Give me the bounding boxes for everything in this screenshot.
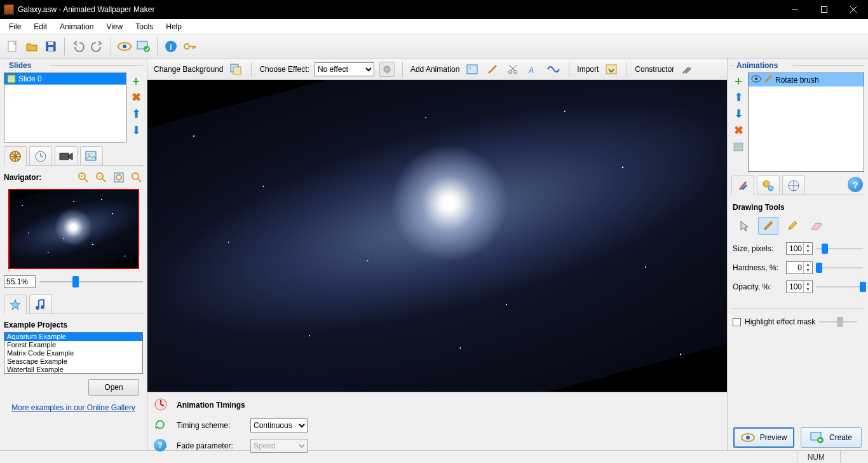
example-item[interactable]: Seascape Example — [4, 357, 142, 366]
scissors-button[interactable] — [505, 62, 520, 77]
opacity-slider[interactable] — [817, 282, 863, 292]
zoom-input[interactable] — [4, 275, 36, 288]
maximize-button[interactable] — [810, 0, 839, 19]
menu-animation[interactable]: Animation — [53, 20, 100, 33]
opacity-spinner[interactable]: ▲▼ — [786, 280, 813, 293]
save-button[interactable] — [42, 38, 60, 55]
import-icon[interactable] — [604, 62, 619, 77]
open-button[interactable] — [23, 38, 41, 55]
zoom-fit-button[interactable] — [112, 171, 125, 184]
add-animation-label: Add Animation — [410, 65, 459, 74]
tab-navigator[interactable] — [4, 146, 27, 165]
set-wallpaper-icon[interactable] — [135, 38, 153, 55]
music-icon — [35, 298, 46, 311]
add-picture-button[interactable] — [465, 62, 480, 77]
close-button[interactable] — [839, 0, 868, 19]
slide-item[interactable]: Slide 0 — [4, 73, 126, 85]
slide-add-button[interactable]: ＋ — [129, 74, 143, 88]
target-icon — [787, 179, 800, 192]
info-icon[interactable]: i — [162, 38, 180, 55]
anim-down-button[interactable]: ⬇ — [731, 107, 745, 121]
tab-timing[interactable] — [29, 146, 52, 165]
tab-camera[interactable] — [55, 146, 78, 165]
app-icon — [4, 4, 14, 15]
hardness-spinner[interactable]: ▲▼ — [786, 261, 813, 274]
tab-image[interactable] — [80, 146, 103, 165]
menu-tools[interactable]: Tools — [129, 20, 159, 33]
constructor-icon[interactable] — [679, 62, 695, 77]
brush-button[interactable] — [485, 62, 500, 77]
example-item[interactable]: Forest Example — [4, 341, 142, 349]
change-bg-icon[interactable] — [228, 62, 243, 77]
anim-delete-button[interactable]: ✖ — [731, 123, 745, 137]
tab-sound[interactable] — [29, 294, 52, 314]
size-slider[interactable] — [817, 244, 863, 254]
anim-add-button[interactable]: ＋ — [731, 74, 745, 88]
text-button[interactable]: A — [526, 62, 541, 77]
new-button[interactable] — [4, 38, 22, 55]
tool-brush[interactable] — [758, 217, 778, 235]
tab-brush[interactable] — [731, 176, 754, 195]
navigator-preview[interactable] — [8, 189, 139, 269]
size-spinner[interactable]: ▲▼ — [786, 242, 813, 255]
slides-list[interactable]: Slide 0 — [4, 73, 126, 142]
eye-icon[interactable] — [751, 75, 761, 85]
svg-marker-76 — [789, 221, 797, 230]
highlight-checkbox[interactable] — [733, 318, 741, 326]
zoom-slider[interactable] — [39, 276, 143, 287]
example-item[interactable]: Matrix Code Example — [4, 349, 142, 357]
online-gallery-link[interactable]: More examples in our Online Gallery — [4, 403, 143, 412]
zoom-100-button[interactable] — [130, 171, 143, 184]
tab-favorites[interactable] — [4, 294, 27, 314]
help-button[interactable]: ? — [848, 177, 863, 192]
open-example-button[interactable]: Open — [88, 379, 139, 396]
tab-settings[interactable] — [757, 176, 780, 195]
arrow-down-icon: ⬇ — [734, 107, 743, 121]
svg-point-39 — [116, 175, 121, 180]
menu-edit[interactable]: Edit — [27, 20, 53, 33]
wave-button[interactable] — [546, 62, 561, 77]
effect-select[interactable]: No effect — [315, 62, 374, 76]
tool-pencil[interactable] — [782, 217, 803, 235]
monitor-play-icon — [810, 432, 824, 443]
slide-up-button[interactable]: ⬆ — [129, 107, 143, 121]
menu-file[interactable]: File — [3, 20, 27, 33]
key-icon[interactable] — [181, 38, 199, 55]
animation-label: Rotate brush — [775, 76, 861, 85]
help-icon[interactable]: ? — [154, 439, 166, 452]
preview-button[interactable]: Preview — [733, 427, 794, 448]
anim-up-button[interactable]: ⬆ — [731, 90, 745, 104]
constructor-label[interactable]: Constructor — [635, 65, 674, 74]
example-item[interactable]: Waterfall Example — [4, 366, 142, 374]
animations-list[interactable]: Rotate brush — [748, 73, 864, 172]
slide-down-button[interactable]: ⬇ — [129, 123, 143, 137]
tool-eraser[interactable] — [806, 217, 827, 235]
canvas[interactable] — [147, 80, 727, 392]
tool-pointer[interactable] — [734, 217, 754, 235]
animation-item[interactable]: Rotate brush — [749, 73, 864, 86]
main-toolbar: i — [0, 34, 868, 59]
menu-view[interactable]: View — [100, 20, 129, 33]
redo-button[interactable] — [88, 38, 106, 55]
zoom-in-button[interactable] — [77, 171, 90, 184]
example-item[interactable]: Aquarium Example — [4, 333, 142, 341]
slide-delete-button[interactable]: ✖ — [129, 90, 143, 104]
arrow-up-icon: ⬆ — [734, 90, 743, 104]
hardness-slider[interactable] — [817, 263, 863, 273]
titlebar: Galaxy.asw - Animated Wallpaper Maker — [0, 0, 868, 19]
preview-icon[interactable] — [116, 38, 133, 55]
import-label[interactable]: Import — [577, 65, 599, 74]
effect-settings-button[interactable] — [379, 62, 395, 77]
minimize-button[interactable] — [780, 0, 810, 19]
change-bg-label[interactable]: Change Background — [154, 65, 223, 74]
camera-icon — [59, 151, 73, 162]
menu-help[interactable]: Help — [159, 20, 188, 33]
tab-target[interactable] — [782, 176, 805, 195]
create-button[interactable]: Create — [801, 427, 862, 448]
zoom-out-button[interactable] — [95, 171, 107, 184]
undo-button[interactable] — [69, 38, 87, 55]
anim-props-button[interactable] — [731, 140, 745, 154]
plus-icon: ＋ — [733, 73, 744, 88]
examples-list[interactable]: Aquarium Example Forest Example Matrix C… — [4, 332, 143, 374]
timing-scheme-select[interactable]: Continuous — [250, 418, 308, 432]
